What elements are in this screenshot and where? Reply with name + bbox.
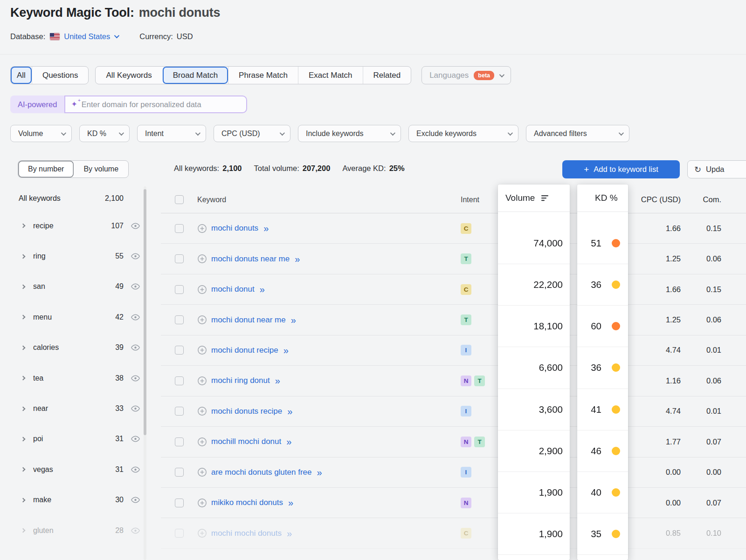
open-keyword-icon[interactable]: » — [287, 529, 292, 538]
row-checkbox[interactable] — [175, 529, 184, 538]
add-keyword-icon[interactable] — [197, 406, 207, 416]
by-volume-toggle[interactable]: By volume — [74, 161, 128, 178]
expand-chevron-icon[interactable] — [21, 406, 26, 411]
tab-related[interactable]: Related — [363, 67, 411, 84]
by-number-toggle[interactable]: By number — [18, 161, 74, 178]
domain-input[interactable] — [82, 100, 241, 109]
tab-broad-match[interactable]: Broad Match — [162, 67, 228, 84]
open-keyword-icon[interactable]: » — [295, 254, 300, 264]
open-keyword-icon[interactable]: » — [287, 407, 292, 416]
table-row[interactable]: mochi donuts»C1.660.15 — [161, 213, 746, 244]
table-row[interactable]: mochi donut»C1.660.15 — [161, 274, 746, 305]
sidebar-group-item[interactable]: make30 — [10, 485, 143, 515]
table-row[interactable]: mochi ring donut»NT1.160.06 — [161, 366, 746, 396]
sidebar-scrollbar-thumb[interactable] — [144, 189, 146, 435]
open-keyword-icon[interactable]: » — [260, 285, 265, 294]
row-checkbox[interactable] — [175, 376, 184, 385]
keyword-link[interactable]: mochi donut — [211, 285, 255, 294]
kd-filter-dropdown[interactable]: KD % — [79, 125, 130, 142]
keyword-link[interactable]: mochi donuts recipe — [211, 407, 282, 416]
sort-icon[interactable] — [541, 195, 550, 202]
open-keyword-icon[interactable]: » — [283, 346, 289, 355]
keyword-column-header[interactable]: Keyword — [197, 186, 226, 213]
table-row[interactable]: mochill mochi donut»NT1.770.07 — [161, 427, 746, 457]
keyword-link[interactable]: mochi donuts — [211, 224, 258, 233]
eye-icon[interactable] — [131, 434, 140, 444]
expand-chevron-icon[interactable] — [21, 254, 26, 259]
open-keyword-icon[interactable]: » — [291, 315, 296, 325]
eye-icon[interactable] — [131, 526, 140, 535]
table-row[interactable]: mochi donut near me»T1.250.06 — [161, 305, 746, 335]
keyword-link[interactable]: mochi ring donut — [211, 376, 270, 385]
table-row[interactable]: mochi donuts near me»T1.250.06 — [161, 244, 746, 274]
sidebar-group-item[interactable]: menu42 — [10, 302, 143, 332]
add-keyword-icon[interactable] — [197, 376, 207, 386]
competition-column-header[interactable]: Com. — [703, 186, 721, 213]
sidebar-group-item[interactable]: gluten28 — [10, 515, 143, 546]
expand-chevron-icon[interactable] — [21, 498, 26, 502]
keyword-link[interactable]: mikiko mochi donuts — [211, 498, 283, 507]
table-row[interactable]: mochi donuts recipe»I4.740.01 — [161, 396, 746, 427]
open-keyword-icon[interactable]: » — [288, 498, 293, 507]
eye-icon[interactable] — [131, 252, 140, 261]
expand-chevron-icon[interactable] — [21, 376, 26, 381]
row-checkbox[interactable] — [175, 437, 184, 446]
add-keyword-icon[interactable] — [197, 498, 207, 508]
keyword-link[interactable]: mochi donuts near me — [211, 254, 290, 264]
keyword-link[interactable]: mochi mochi donuts — [211, 529, 282, 538]
eye-icon[interactable] — [131, 282, 140, 292]
intent-column-header[interactable]: Intent — [461, 186, 479, 213]
keyword-link[interactable]: mochi donut near me — [211, 315, 286, 325]
row-checkbox[interactable] — [175, 407, 184, 416]
tab-all[interactable]: All — [11, 67, 32, 84]
sidebar-group-item[interactable]: near33 — [10, 393, 143, 423]
eye-icon[interactable] — [131, 464, 140, 474]
expand-chevron-icon[interactable] — [21, 467, 26, 472]
add-keyword-icon[interactable] — [197, 528, 207, 538]
keyword-link[interactable]: mochill mochi donut — [211, 437, 281, 446]
add-keyword-icon[interactable] — [197, 285, 207, 294]
database-selector[interactable]: United States — [64, 32, 118, 41]
tab-phrase-match[interactable]: Phrase Match — [228, 67, 298, 84]
row-checkbox[interactable] — [175, 224, 184, 233]
table-row[interactable]: mochi donut recipe»I4.740.01 — [161, 335, 746, 366]
keyword-link[interactable]: are mochi donuts gluten free — [211, 468, 311, 477]
open-keyword-icon[interactable]: » — [317, 468, 322, 477]
row-checkbox[interactable] — [175, 468, 184, 477]
tab-exact-match[interactable]: Exact Match — [298, 67, 363, 84]
expand-chevron-icon[interactable] — [21, 345, 26, 350]
all-keywords-row[interactable]: All keywords 2,100 — [10, 186, 143, 211]
open-keyword-icon[interactable]: » — [263, 224, 269, 233]
table-row[interactable]: mikiko mochi donuts»N0.000.07 — [161, 488, 746, 518]
sidebar-group-item[interactable]: ring55 — [10, 241, 143, 271]
table-row[interactable]: are mochi donuts gluten free»I0.000.00 — [161, 458, 746, 488]
table-row[interactable]: mochi mochi donuts»C0.850.10 — [161, 518, 746, 548]
add-to-keyword-list-button[interactable]: + Add to keyword list — [562, 160, 680, 178]
update-button[interactable]: ↻ Upda — [687, 160, 746, 178]
row-checkbox[interactable] — [175, 285, 184, 294]
languages-dropdown[interactable]: Languages beta — [421, 66, 511, 84]
volume-column-header-raised[interactable]: Volume — [498, 184, 570, 212]
expand-chevron-icon[interactable] — [21, 224, 26, 228]
select-all-checkbox[interactable] — [175, 195, 184, 204]
advanced-filters-dropdown[interactable]: Advanced filters — [526, 125, 629, 142]
eye-icon[interactable] — [131, 373, 140, 383]
row-checkbox[interactable] — [175, 315, 184, 324]
sidebar-group-item[interactable]: san49 — [10, 272, 143, 302]
eye-icon[interactable] — [131, 404, 140, 414]
eye-icon[interactable] — [131, 221, 140, 231]
add-keyword-icon[interactable] — [197, 345, 207, 355]
tab-questions[interactable]: Questions — [32, 67, 89, 84]
expand-chevron-icon[interactable] — [21, 315, 26, 320]
open-keyword-icon[interactable]: » — [286, 437, 291, 446]
expand-chevron-icon[interactable] — [21, 528, 26, 533]
add-keyword-icon[interactable] — [197, 467, 207, 477]
sidebar-group-item[interactable]: calories39 — [10, 333, 143, 363]
add-keyword-icon[interactable] — [197, 315, 207, 325]
keyword-link[interactable]: mochi donut recipe — [211, 346, 278, 355]
row-checkbox[interactable] — [175, 499, 184, 507]
expand-chevron-icon[interactable] — [21, 285, 26, 289]
sidebar-group-item[interactable]: tea38 — [10, 363, 143, 393]
intent-filter-dropdown[interactable]: Intent — [137, 125, 206, 142]
exclude-keywords-dropdown[interactable]: Exclude keywords — [408, 125, 518, 142]
